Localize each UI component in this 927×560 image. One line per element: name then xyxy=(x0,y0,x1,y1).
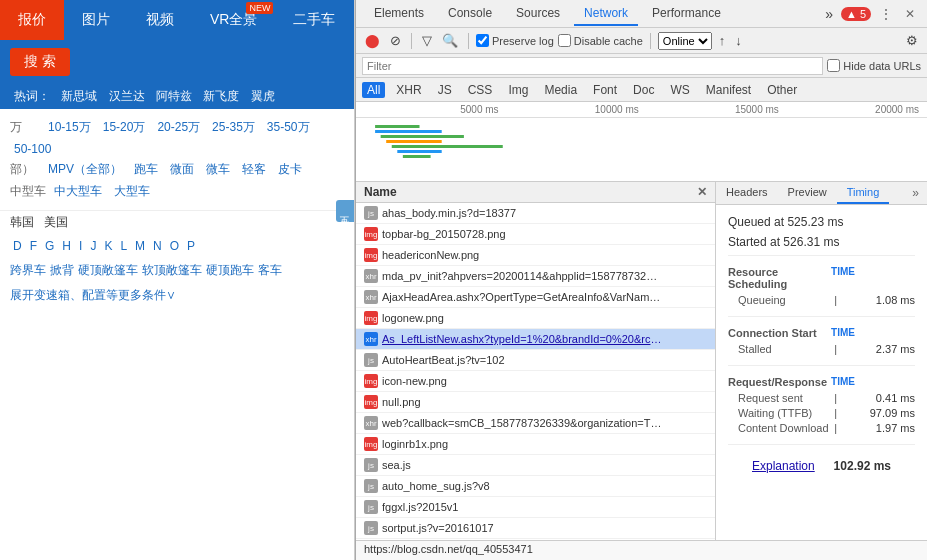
level-microvan[interactable]: 微面 xyxy=(166,160,198,179)
level-mpv[interactable]: MPV（全部） xyxy=(44,160,126,179)
type-manifest[interactable]: Manifest xyxy=(701,82,756,98)
explanation-link[interactable]: Explanation xyxy=(740,455,827,477)
filter-input[interactable] xyxy=(362,57,823,75)
type-all[interactable]: All xyxy=(362,82,385,98)
price-15-20[interactable]: 15-20万 xyxy=(99,118,150,137)
type-font[interactable]: Font xyxy=(588,82,622,98)
type-js[interactable]: JS xyxy=(433,82,457,98)
hot-item-3[interactable]: 新飞度 xyxy=(203,89,239,103)
detail-tab-timing[interactable]: Timing xyxy=(837,182,890,204)
hide-data-urls-label[interactable]: Hide data URLs xyxy=(827,59,921,72)
type-doc[interactable]: Doc xyxy=(628,82,659,98)
file-item-5[interactable]: xhr AjaxHeadArea.ashx?OpertType=GetAreaI… xyxy=(356,287,715,308)
close-detail-icon[interactable]: ✕ xyxy=(697,185,707,199)
gear-icon[interactable]: ⚙ xyxy=(903,32,921,49)
tab-used[interactable]: 二手车 xyxy=(275,0,353,40)
file-item-13[interactable]: js sea.js xyxy=(356,455,715,476)
search-button[interactable]: 搜 索 xyxy=(10,48,70,76)
file-item-3[interactable]: img headericonNew.png xyxy=(356,245,715,266)
throttle-select[interactable]: Online xyxy=(658,32,712,50)
car-coupe[interactable]: 硬顶跑车 xyxy=(206,262,254,279)
alpha-i[interactable]: I xyxy=(76,238,85,254)
file-item-8[interactable]: js AutoHeartBeat.js?tv=102 xyxy=(356,350,715,371)
search-button-net[interactable]: 🔍 xyxy=(439,32,461,49)
car-hardtop[interactable]: 硬顶敞篷车 xyxy=(78,262,138,279)
tab-elements[interactable]: Elements xyxy=(364,2,434,26)
more-tabs-icon[interactable]: » xyxy=(821,4,837,24)
file-item-4[interactable]: xhr mda_pv_init?ahpvers=20200114&ahpplid… xyxy=(356,266,715,287)
hot-item-2[interactable]: 阿特兹 xyxy=(156,89,192,103)
file-item-7[interactable]: xhr As_LeftListNew.ashx?typeId=1%20&bran… xyxy=(356,329,715,350)
level-minibus[interactable]: 轻客 xyxy=(238,160,270,179)
preserve-log-checkbox[interactable] xyxy=(476,34,489,47)
alpha-p[interactable]: P xyxy=(184,238,198,254)
alpha-d[interactable]: D xyxy=(10,238,25,254)
price-20-25[interactable]: 20-25万 xyxy=(153,118,204,137)
size-large-mid[interactable]: 中大型车 xyxy=(50,182,106,201)
type-ws[interactable]: WS xyxy=(665,82,694,98)
alpha-l[interactable]: L xyxy=(117,238,130,254)
alpha-h[interactable]: H xyxy=(59,238,74,254)
tab-video[interactable]: 视频 xyxy=(128,0,192,40)
price-50-100[interactable]: 50-100 xyxy=(10,141,55,157)
file-item-9[interactable]: img icon-new.png xyxy=(356,371,715,392)
hide-data-urls-checkbox[interactable] xyxy=(827,59,840,72)
file-item-11[interactable]: xhr web?callback=smCB_1587787326339&orga… xyxy=(356,413,715,434)
hot-item-0[interactable]: 新思域 xyxy=(61,89,97,103)
tab-sources[interactable]: Sources xyxy=(506,2,570,26)
price-35-50[interactable]: 35-50万 xyxy=(263,118,314,137)
hot-item-4[interactable]: 翼虎 xyxy=(251,89,275,103)
file-item-14[interactable]: js auto_home_sug.js?v8 xyxy=(356,476,715,497)
file-item-1[interactable]: js ahas_body.min.js?d=18377 xyxy=(356,203,715,224)
export-button[interactable]: ↑ xyxy=(716,32,729,49)
detail-tab-more[interactable]: » xyxy=(904,182,927,204)
file-item-2[interactable]: img topbar-bg_20150728.png xyxy=(356,224,715,245)
filter-toggle-button[interactable]: ▽ xyxy=(419,32,435,49)
disable-cache-checkbox[interactable] xyxy=(558,34,571,47)
preserve-log-label[interactable]: Preserve log xyxy=(476,34,554,47)
type-css[interactable]: CSS xyxy=(463,82,498,98)
file-item-16[interactable]: js sortput.js?v=20161017 xyxy=(356,518,715,539)
alpha-g[interactable]: G xyxy=(42,238,57,254)
car-bus[interactable]: 客车 xyxy=(258,262,282,279)
devtools-close-icon[interactable]: ✕ xyxy=(901,5,919,23)
price-25-35[interactable]: 25-35万 xyxy=(208,118,259,137)
expand-filters-button[interactable]: 展开变速箱、配置等更多条件∨ xyxy=(0,283,354,308)
file-item-6[interactable]: img logonew.png xyxy=(356,308,715,329)
type-other[interactable]: Other xyxy=(762,82,802,98)
alpha-f[interactable]: F xyxy=(27,238,40,254)
country-kr[interactable]: 韩国 xyxy=(10,214,34,231)
devtools-menu-icon[interactable]: ⋮ xyxy=(875,4,897,24)
car-crossover[interactable]: 跨界车 xyxy=(10,262,46,279)
tab-image[interactable]: 图片 xyxy=(64,0,128,40)
alpha-k[interactable]: K xyxy=(101,238,115,254)
hot-item-1[interactable]: 汉兰达 xyxy=(109,89,145,103)
car-softtop[interactable]: 软顶敞篷车 xyxy=(142,262,202,279)
alpha-j[interactable]: J xyxy=(87,238,99,254)
file-item-10[interactable]: img null.png xyxy=(356,392,715,413)
tab-network[interactable]: Network xyxy=(574,2,638,26)
tab-console[interactable]: Console xyxy=(438,2,502,26)
side-toolbar[interactable]: 工具栏 xyxy=(336,200,354,222)
disable-cache-label[interactable]: Disable cache xyxy=(558,34,643,47)
stop-button[interactable]: ⊘ xyxy=(387,32,404,49)
price-10-15[interactable]: 10-15万 xyxy=(44,118,95,137)
detail-tab-preview[interactable]: Preview xyxy=(778,182,837,204)
level-pickup[interactable]: 皮卡 xyxy=(274,160,306,179)
type-media[interactable]: Media xyxy=(539,82,582,98)
size-large[interactable]: 大型车 xyxy=(110,182,154,201)
record-button[interactable]: ⬤ xyxy=(362,32,383,49)
file-item-12[interactable]: img loginrb1x.png xyxy=(356,434,715,455)
country-us[interactable]: 美国 xyxy=(44,214,68,231)
type-xhr[interactable]: XHR xyxy=(391,82,426,98)
import-button[interactable]: ↓ xyxy=(732,32,745,49)
tab-price[interactable]: 报价 xyxy=(0,0,64,40)
detail-tab-headers[interactable]: Headers xyxy=(716,182,778,204)
tab-vr[interactable]: VR全景 NEW xyxy=(192,0,275,40)
alpha-m[interactable]: M xyxy=(132,238,148,254)
file-item-15[interactable]: js fggxl.js?2015v1 xyxy=(356,497,715,518)
alpha-o[interactable]: O xyxy=(167,238,182,254)
alpha-n[interactable]: N xyxy=(150,238,165,254)
tab-performance[interactable]: Performance xyxy=(642,2,731,26)
level-microcar[interactable]: 微车 xyxy=(202,160,234,179)
